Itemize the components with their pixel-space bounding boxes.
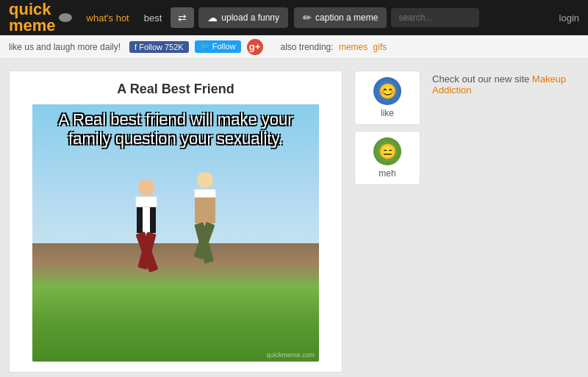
meh-label: meh (379, 168, 395, 179)
like-label: like (381, 108, 394, 118)
upload-button[interactable]: ☁ upload a funny (198, 7, 288, 28)
watermark: quickmeme.com (266, 351, 315, 359)
meme-text-overlay: A Real best friend will make your family… (32, 110, 319, 149)
gplus-icon: g+ (249, 41, 261, 52)
head-right (197, 172, 213, 188)
fb-count: 752K (165, 43, 184, 51)
meme-title: A Real Best Friend (20, 82, 331, 97)
figure-left (121, 179, 172, 297)
subbar: like us and laugh more daily! f Follow 7… (0, 35, 588, 59)
trending-gifs-link[interactable]: gifs (373, 42, 387, 52)
trending-memes-link[interactable]: memes (339, 42, 368, 52)
ad-text: Check out our new site (432, 73, 529, 85)
tw-icon: 🐦 (200, 42, 210, 51)
nav-best[interactable]: best (138, 12, 168, 24)
vest-left (137, 207, 156, 233)
search-input[interactable] (391, 8, 479, 27)
caption-icon: ✏ (303, 12, 312, 24)
logo[interactable]: quick meme (9, 1, 72, 34)
shuffle-button[interactable]: ⇄ (171, 7, 194, 28)
facebook-follow-button[interactable]: f Follow 752K (129, 41, 189, 53)
main-content: A Real Best Friend A Real best friend wi… (0, 59, 588, 377)
vest-inner (137, 207, 156, 233)
meme-line2: family question your sexuality. (43, 129, 308, 148)
google-plus-button[interactable]: g+ (247, 39, 263, 55)
legs-left (135, 233, 157, 273)
caption-button[interactable]: ✏ caption a meme (294, 7, 387, 28)
meme-image: A Real best friend will make your family… (32, 104, 319, 362)
caption-label: caption a meme (315, 12, 378, 23)
meh-icon: 😑 (373, 137, 401, 165)
figure-right (179, 172, 231, 290)
like-icon: 😊 (373, 77, 401, 105)
like-button[interactable]: 😊 like (354, 71, 420, 125)
like-us-text: like us and laugh more daily! (9, 42, 121, 52)
navbar: quick meme what's hot best ⇄ ☁ upload a … (0, 0, 588, 35)
meme-line1: A Real best friend will make your (43, 110, 308, 129)
nav-whats-hot[interactable]: what's hot (81, 12, 135, 24)
trending-text: also trending: (281, 42, 334, 52)
tw-follow-label: Follow (212, 42, 236, 51)
head-left (138, 179, 154, 195)
twitter-follow-button[interactable]: 🐦 Follow (195, 40, 241, 53)
ground-bg (32, 284, 319, 362)
also-trending-label: also trending: memes gifs (281, 42, 387, 52)
logo-bubble-icon (59, 13, 72, 22)
fb-follow-label: Follow (139, 43, 162, 51)
collar-right (194, 189, 216, 198)
reactions-sidebar: 😊 like 😑 meh (354, 71, 420, 373)
upload-label: upload a funny (221, 12, 279, 23)
fb-icon: f (135, 43, 137, 51)
upload-icon: ☁ (207, 12, 218, 24)
shirt-show (143, 207, 150, 233)
legs-right (194, 223, 216, 264)
tan-top-right (195, 198, 215, 223)
shirt-collar-left (135, 196, 157, 207)
logo-meme: meme (9, 16, 56, 35)
login-button[interactable]: login (559, 12, 579, 24)
meme-content-area: A Real Best Friend A Real best friend wi… (9, 71, 343, 373)
meme-image-container: A Real best friend will make your family… (32, 104, 319, 362)
meme-figures (121, 172, 231, 290)
meh-button[interactable]: 😑 meh (354, 131, 420, 185)
right-panel: Check out our new site Makeup Addiction (432, 71, 579, 373)
makeup-ad: Check out our new site Makeup Addiction (432, 73, 579, 96)
